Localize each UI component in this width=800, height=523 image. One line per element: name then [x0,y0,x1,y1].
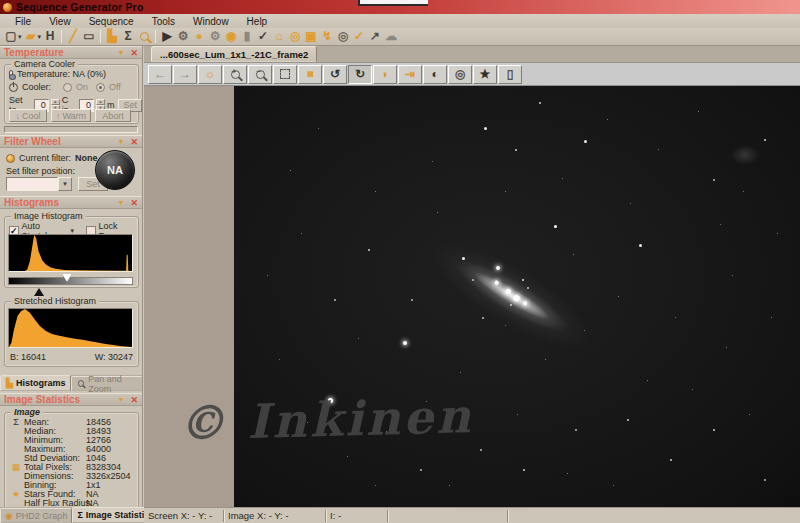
collapse-chevron-icon[interactable]: ▼ [118,138,125,145]
image-viewer[interactable]: © Inkinen [144,86,800,507]
panel-title: Image Statistics [4,394,118,405]
star [567,473,568,474]
white-point-slider-handle[interactable] [62,274,72,282]
stretched-histogram-group-label: Stretched Histogram [11,296,99,306]
pan-arrow-button[interactable]: ⇥ [398,65,422,84]
run-sequence-icon[interactable]: ▶ [160,29,174,44]
trend-chart-icon[interactable]: ↗ [368,29,382,44]
guider-ring-icon[interactable]: ◎ [336,29,350,44]
thermometer-icon[interactable]: ▮ [240,29,254,44]
open-sequence-dropdown-icon[interactable]: ▾ [38,33,42,41]
cool-button[interactable]: ↓ Cool [9,109,47,122]
flip-button[interactable]: ◗ [373,65,397,84]
cloud-icon[interactable]: ☁ [384,29,398,44]
control-panel-icon[interactable]: ▭ [82,29,96,44]
menu-item-window[interactable]: Window [184,16,238,27]
collapse-chevron-icon[interactable]: ▼ [118,396,125,403]
warm-button[interactable]: ↑ Warm [51,109,91,122]
cooler-off-radio[interactable] [96,83,105,92]
image-tab[interactable]: ...600sec_Lum_1x1_-21C_frame2 [151,46,317,62]
save-sequence-icon[interactable]: H [43,29,57,44]
close-icon[interactable]: ✕ [130,395,138,405]
tab-phd2-graph[interactable]: ◉ PHD2 Graph [0,508,72,523]
close-icon[interactable]: ✕ [130,137,138,147]
dock-bottom-tabs: ◉ PHD2 Graph Σ Image Statistics [0,507,144,523]
equipment-wrench-icon[interactable]: ╱ [66,29,80,44]
app-icon [3,3,12,12]
frame-focus-icon[interactable]: ▣ [304,29,318,44]
magnifier-icon[interactable] [137,29,151,44]
star-profile-button[interactable]: ★ [473,65,497,84]
current-filter-value: None [75,153,98,163]
panel-title: Temperature [4,47,118,58]
menu-item-file[interactable]: File [6,16,40,27]
cooler-on-radio[interactable] [63,83,72,92]
star [575,429,577,431]
menu-item-sequence[interactable]: Sequence [80,16,143,27]
zoom-fit-button[interactable] [273,65,297,84]
black-point-slider-handle[interactable] [34,288,44,296]
filter-wheel-panel: Filter Wheel ▼ ✕ Current filter: None Se… [0,135,142,194]
frame-viewer-button[interactable]: ▯ [498,65,522,84]
clock-icon[interactable]: ◎ [288,29,302,44]
focuser-gear-icon[interactable]: ⚙ [208,29,222,44]
observatory-dome-icon[interactable]: ⌂ [272,29,286,44]
telescope-target-icon[interactable]: ◉ [224,29,238,44]
filter-na-button[interactable]: NA [95,150,135,190]
combo-dropdown-button[interactable]: ▼ [58,177,72,191]
rotate-ccw-button[interactable]: ↺ [323,65,347,84]
cooler-off-label: Off [109,82,121,92]
histograms-panel-header[interactable]: Histograms ▼ ✕ [0,196,142,209]
menu-item-tools[interactable]: Tools [143,16,184,27]
nav-forward-button[interactable]: → [173,65,197,84]
histogram-icon[interactable]: ▙ [105,29,119,44]
reticle-button[interactable]: ◎ [448,65,472,84]
watermark: © Inkinen [177,388,474,451]
plate-solve-check-icon[interactable]: ✓ [256,29,270,44]
star [562,178,563,179]
zoom-in-button[interactable]: + [223,65,247,84]
brightness-button[interactable]: ☼ [198,65,222,84]
status-segment: Screen X: - Y: - [144,510,224,522]
star [749,414,750,415]
collapse-chevron-icon[interactable]: ▼ [118,49,125,56]
collapse-chevron-icon[interactable]: ▼ [118,199,125,206]
menu-item-help[interactable]: Help [238,16,277,27]
notify-check-icon[interactable]: ✓ [352,29,366,44]
filter-wheel-icon[interactable]: ● [192,29,206,44]
window-title: Sequence Generator Pro [16,1,144,13]
new-sequence-dropdown-icon[interactable]: ▾ [18,33,22,41]
star [480,449,482,451]
zoom-actual-button[interactable]: ■ [298,65,322,84]
camera-gear-icon[interactable]: ⚙ [176,29,190,44]
new-sequence-icon[interactable]: ▢ [4,29,18,44]
phd2-icon: ◉ [5,511,13,521]
menu-item-view[interactable]: View [40,16,80,27]
faint-nebulosity [731,145,759,165]
zoom-out-button[interactable]: − [248,65,272,84]
camera-cooler-group-label: Camera Cooler [11,59,78,69]
tab-histograms[interactable]: ▙ Histograms [0,375,71,391]
star [411,299,413,301]
image-statistics-panel-header[interactable]: Image Statistics ▼ ✕ [0,393,142,406]
close-icon[interactable]: ✕ [130,48,138,58]
filter-position-combo[interactable] [6,177,58,191]
status-segment: Image X: - Y: - [224,510,326,522]
open-sequence-icon[interactable]: ▰ [24,29,38,44]
close-icon[interactable]: ✕ [130,198,138,208]
rotate-cw-button[interactable]: ↻ [348,65,372,84]
temperature-panel-header[interactable]: Temperature ▼ ✕ [0,46,142,59]
star [375,485,376,486]
nav-back-button[interactable]: ← [148,65,172,84]
invert-contrast-button[interactable]: ◐ [423,65,447,84]
sigma-icon: Σ [77,510,82,520]
overlapping-window-artifact [358,0,428,6]
statistics-sigma-icon[interactable]: Σ [121,29,135,44]
star [732,275,733,276]
filter-wheel-panel-header[interactable]: Filter Wheel ▼ ✕ [0,135,142,148]
abort-button[interactable]: Abort [95,109,131,122]
lightning-icon[interactable]: ↯ [320,29,334,44]
image-histogram-group-label: Image Histogram [11,211,86,221]
star [517,414,518,415]
tab-pan-and-zoom[interactable]: Pan and Zoom [71,376,143,391]
